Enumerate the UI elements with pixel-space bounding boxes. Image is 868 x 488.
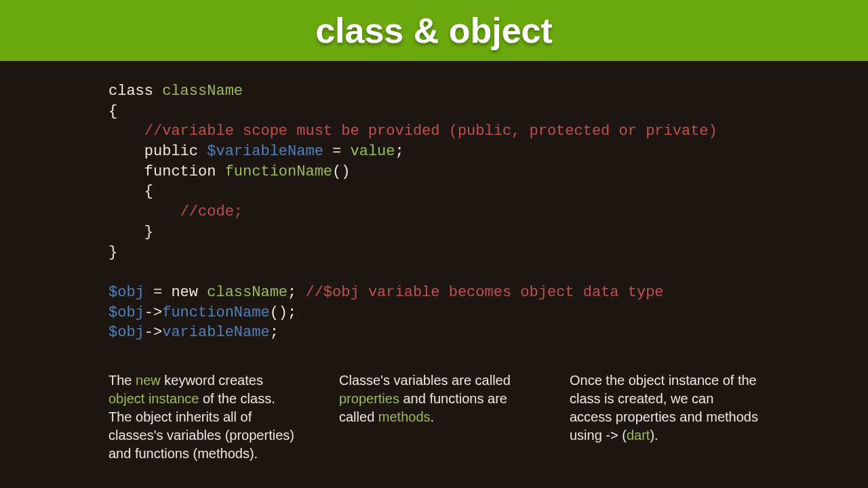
code-text: ; (288, 284, 305, 301)
code-variable: $obj (108, 304, 144, 321)
code-keyword: class (108, 83, 162, 100)
code-value: value (350, 143, 395, 160)
desc-text: The (108, 373, 136, 388)
code-text: -> (144, 324, 162, 341)
code-classname: className (162, 83, 243, 100)
code-text: (); (270, 304, 297, 321)
code-indent (108, 123, 144, 140)
code-function: functionName (225, 163, 332, 180)
code-member: functionName (162, 304, 269, 321)
description-columns: The new keyword creates object instance … (108, 371, 760, 463)
desc-text: . (431, 409, 435, 424)
code-classname: className (207, 284, 288, 301)
code-comment: //$obj variable becomes object data type (305, 284, 663, 301)
code-text: -> (144, 304, 162, 321)
code-brace: } (108, 244, 117, 261)
desc-highlight: object instance (108, 391, 199, 406)
slide-header: class & object (0, 0, 868, 61)
desc-text: Once the object instance of the class is… (570, 373, 758, 443)
desc-highlight: properties (339, 391, 399, 406)
description-column-1: The new keyword creates object instance … (108, 371, 298, 463)
code-member: variableName (162, 324, 269, 341)
code-text: ; (395, 143, 404, 160)
description-column-3: Once the object instance of the class is… (570, 371, 760, 463)
code-text: function (108, 163, 225, 180)
code-indent (108, 203, 180, 220)
desc-text: Classe's variables are called (339, 373, 511, 388)
desc-highlight: dart (627, 428, 650, 443)
code-text: ; (270, 324, 279, 341)
code-text: () (332, 163, 350, 180)
code-text: = (323, 143, 351, 160)
code-comment: //code; (180, 203, 243, 220)
code-brace: { (108, 183, 153, 200)
desc-text: ). (650, 428, 658, 443)
code-comment: //variable scope must be provided (publi… (144, 123, 717, 140)
code-variable: $obj (108, 324, 144, 341)
code-text: = new (144, 284, 207, 301)
desc-highlight: new (136, 373, 161, 388)
slide-title: class & object (315, 10, 553, 51)
description-column-2: Classe's variables are called properties… (339, 371, 529, 463)
desc-highlight: methods (378, 409, 431, 424)
code-brace: { (108, 103, 117, 120)
code-text: public (108, 143, 207, 160)
code-brace: } (108, 224, 153, 241)
desc-text: keyword creates (161, 373, 263, 388)
code-variable: $variableName (207, 143, 323, 160)
slide-content: class className { //variable scope must … (0, 61, 868, 463)
code-block: class className { //variable scope must … (108, 81, 760, 343)
code-variable: $obj (108, 284, 144, 301)
